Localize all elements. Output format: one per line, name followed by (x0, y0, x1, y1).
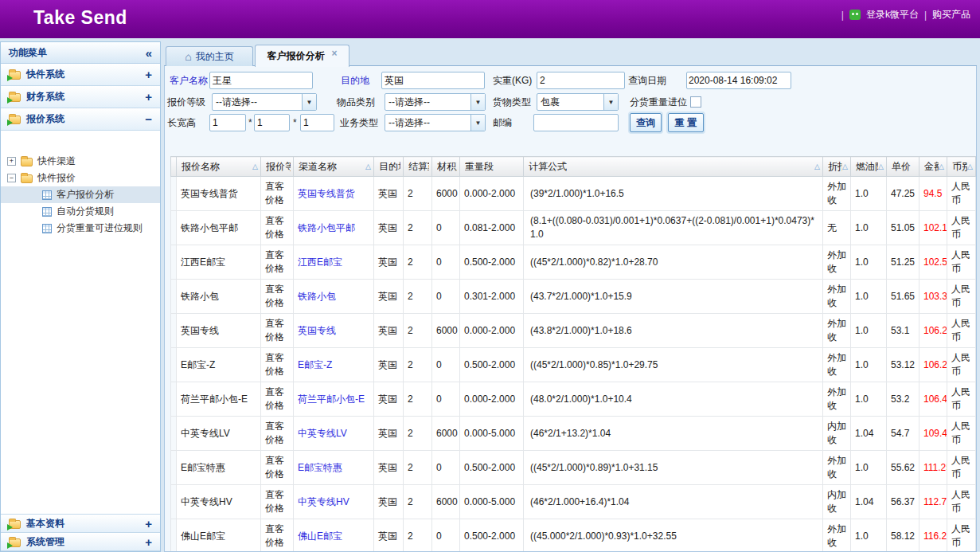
expand-icon[interactable]: + (7, 157, 16, 166)
cell-grade: 直客价格 (261, 211, 294, 245)
tree-item-split-weight-rounding-rules[interactable]: 分货重量可进位规则 (1, 220, 160, 237)
col-header-channel[interactable]: 渠道名称△ (294, 157, 374, 177)
col-header-dest[interactable]: 目的地 (374, 157, 404, 177)
cell-volume: 0 (432, 519, 460, 552)
expand-toggle[interactable]: + (145, 90, 152, 104)
col-header-grade[interactable]: 报价等级 (261, 157, 294, 177)
content-panel: 客户名称 目的地 实重(KG) 查询日期 报价等级 --请选择-- 物品类别 -… (164, 66, 977, 552)
cell-dest: 英国 (374, 485, 404, 519)
close-tab-icon[interactable]: × (331, 48, 337, 59)
expand-toggle[interactable]: + (145, 68, 152, 81)
cell-channel[interactable]: 铁路小包 (294, 280, 374, 314)
col-header-formula[interactable]: 计算公式△ (524, 157, 823, 177)
row-selector-cell (171, 519, 177, 552)
wechat-icon (849, 10, 861, 20)
collapse-sidebar-button[interactable] (146, 46, 152, 60)
col-header-weight[interactable]: 结算重量 (404, 157, 432, 177)
tab-customer-quote-analysis[interactable]: 客户报价分析 × (255, 45, 349, 67)
cell-grade: 直客价格 (261, 485, 294, 519)
col-header-discount[interactable]: 折扣△ (823, 157, 851, 177)
tree-item-label: 客户报价分析 (57, 188, 114, 202)
cell-channel[interactable]: 英国专线 (294, 314, 374, 348)
sidebar-group-system-management[interactable]: 系统管理 + (1, 533, 160, 551)
sidebar-title: 功能菜单 (1, 42, 160, 64)
col-header-label: 重量段 (465, 160, 494, 174)
split-weight-rounding-checkbox[interactable] (690, 96, 701, 108)
sidebar-group-express-system[interactable]: 快件系统 + (1, 64, 160, 86)
cell-channel[interactable]: 英国专线普货 (294, 177, 374, 211)
cell-channel[interactable]: 荷兰平邮小包-E (294, 382, 374, 417)
cell-channel[interactable]: 江西E邮宝 (294, 245, 374, 280)
select-value: --请选择-- (385, 96, 470, 109)
cell-currency: 人民币 (947, 314, 976, 348)
cell-amount: 103.3 (919, 280, 947, 314)
query-date-label: 查询日期 (628, 72, 666, 89)
chevron-down-icon[interactable] (470, 94, 485, 110)
buy-product-link[interactable]: 购买产品 (932, 8, 970, 22)
customer-name-input[interactable] (209, 72, 313, 89)
expand-toggle[interactable]: + (145, 535, 152, 549)
tree-item-courier-channel[interactable]: + 快件渠道 (1, 153, 160, 170)
sidebar-group-basic-data[interactable]: 基本资料 + (1, 515, 160, 533)
col-header-amount[interactable]: 金额△ (919, 157, 947, 177)
sidebar-group-label: 财务系统 (26, 90, 64, 104)
collapse-icon[interactable]: − (7, 174, 16, 182)
tree-item-customer-quote-analysis[interactable]: 客户报价分析 (1, 186, 160, 203)
chevron-down-icon[interactable] (302, 94, 316, 110)
length-input[interactable] (209, 114, 246, 131)
row-selector-cell (171, 348, 177, 382)
destination-input[interactable] (381, 72, 485, 89)
query-date-input[interactable] (686, 72, 791, 89)
tree-item-auto-split-rules[interactable]: 自动分货规则 (1, 203, 160, 220)
sidebar-group-quote-system[interactable]: 报价系统 − (1, 108, 160, 131)
business-type-select[interactable]: --请选择-- (385, 114, 486, 131)
height-input[interactable] (300, 114, 334, 131)
col-header-volume[interactable]: 材积系数 (432, 157, 460, 177)
cell-formula: (46*2/1.000+16.4)*1.04 (524, 485, 823, 519)
cell-unit_price: 53.12 (887, 348, 919, 382)
sidebar-group-finance-system[interactable]: 财务系统 + (1, 86, 160, 108)
cell-amount: 111.25 (919, 451, 947, 485)
zip-code-label: 邮编 (493, 114, 512, 131)
cell-range: 0.500-2.000 (460, 245, 524, 280)
col-header-name[interactable]: 报价名称△ (177, 157, 261, 177)
width-input[interactable] (254, 114, 290, 131)
table-row: 英国专线普货直客价格英国专线普货英国260000.000-2.000(39*2/… (171, 177, 976, 211)
cell-dest: 英国 (374, 245, 404, 280)
cell-channel[interactable]: 铁路小包平邮 (294, 211, 374, 245)
quote-grade-select[interactable]: --请选择-- (212, 93, 317, 111)
cell-channel[interactable]: 中英专线HV (294, 485, 374, 519)
cargo-type-select[interactable]: 包裹 (537, 93, 619, 111)
collapse-toggle[interactable]: − (145, 112, 152, 126)
login-link[interactable]: 登录k微平台 (866, 8, 919, 22)
col-header-unit_price[interactable]: 单价 (887, 157, 919, 177)
cell-channel[interactable]: E邮宝特惠 (294, 451, 374, 485)
tree-item-courier-quote[interactable]: − 快件报价 (1, 170, 160, 186)
cell-channel[interactable]: E邮宝-Z (294, 348, 374, 382)
reset-button[interactable]: 重 置 (668, 113, 704, 132)
quote-table: 报价名称△报价等级渠道名称△目的地结算重量材积系数重量段计算公式△折扣△燃油附加… (170, 156, 976, 552)
item-category-select[interactable]: --请选择-- (385, 93, 486, 111)
col-header-fuel[interactable]: 燃油附加△ (851, 157, 887, 177)
cell-grade: 直客价格 (261, 382, 294, 417)
cell-fuel: 1.04 (851, 485, 887, 519)
col-header-range[interactable]: 重量段 (460, 157, 524, 177)
row-selector-header (171, 157, 177, 177)
page-title: Take Send (33, 7, 127, 29)
tab-my-homepage[interactable]: 我的主页 (166, 46, 253, 66)
cell-name: 佛山E邮宝 (177, 519, 261, 552)
row-selector-cell (171, 485, 177, 519)
col-header-label: 金额 (924, 160, 939, 174)
cell-dest: 英国 (374, 417, 404, 451)
chevron-down-icon[interactable] (603, 94, 618, 110)
query-button[interactable]: 查询 (630, 113, 662, 132)
chevron-down-icon[interactable] (470, 115, 485, 131)
expand-toggle[interactable]: + (145, 517, 152, 530)
zip-code-input[interactable] (533, 114, 619, 131)
select-value: --请选择-- (385, 116, 470, 130)
cell-grade: 直客价格 (261, 177, 294, 211)
col-header-currency[interactable]: 币别△ (947, 157, 976, 177)
cell-channel[interactable]: 佛山E邮宝 (294, 519, 374, 552)
actual-weight-input[interactable] (537, 72, 625, 89)
cell-channel[interactable]: 中英专线LV (294, 417, 374, 451)
